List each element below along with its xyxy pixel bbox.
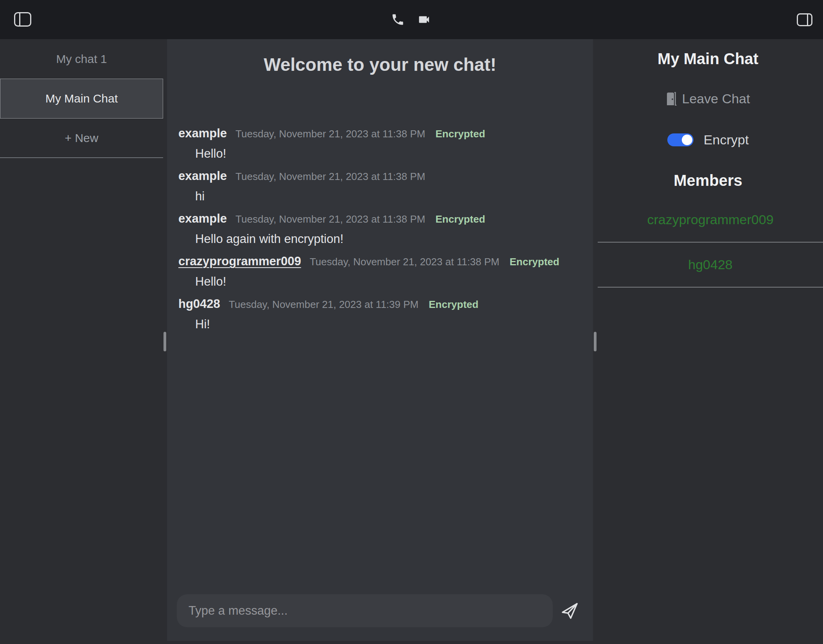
new-chat-button[interactable]: + New [0, 119, 163, 158]
message: hg0428 Tuesday, November 21, 2023 at 11:… [178, 297, 593, 332]
message-input[interactable] [177, 594, 553, 627]
sidebar-chat-item[interactable]: My chat 1 [0, 39, 163, 79]
member-name[interactable]: hg0428 [688, 257, 732, 272]
encrypted-badge: Encrypted [435, 212, 485, 227]
call-controls [0, 0, 823, 39]
message-timestamp: Tuesday, November 21, 2023 at 11:38 PM [235, 169, 425, 184]
message-timestamp: Tuesday, November 21, 2023 at 11:38 PM [235, 212, 425, 227]
message-text: hi [195, 189, 593, 204]
message-sender[interactable]: example [178, 211, 227, 226]
message-header: example Tuesday, November 21, 2023 at 11… [178, 169, 593, 184]
encrypted-badge: Encrypted [510, 254, 559, 269]
sidebar-chat-item[interactable]: My Main Chat [0, 79, 163, 119]
message: example Tuesday, November 21, 2023 at 11… [178, 126, 593, 161]
sidebar-toggle-right-icon[interactable] [797, 13, 812, 26]
message-header: crazyprogrammer009 Tuesday, November 21,… [178, 254, 593, 269]
chat-main-area: Welcome to your new chat! example Tuesda… [167, 39, 593, 641]
message-text: Hello! [195, 146, 593, 161]
panel-resize-handle[interactable] [594, 332, 597, 351]
encrypt-toggle[interactable] [667, 133, 694, 146]
window-title-bar [0, 0, 823, 39]
members-list: crazyprogrammer009 hg0428 [598, 198, 823, 288]
message: crazyprogrammer009 Tuesday, November 21,… [178, 254, 593, 289]
sidebar-chat-label: My chat 1 [56, 52, 107, 66]
welcome-title: Welcome to your new chat! [167, 53, 593, 76]
message-text: Hello! [195, 274, 593, 289]
message-text: Hi! [195, 317, 593, 332]
sidebar-resize-handle[interactable] [164, 332, 166, 351]
phone-call-icon[interactable] [391, 13, 405, 27]
chat-details-panel: My Main Chat Leave Chat Encrypt Members … [593, 39, 823, 644]
message-text: Hello again with encryption! [195, 232, 593, 246]
message-input-bar [167, 578, 593, 641]
message-sender[interactable]: example [178, 169, 227, 183]
message-list: example Tuesday, November 21, 2023 at 11… [167, 126, 593, 332]
message-header: example Tuesday, November 21, 2023 at 11… [178, 211, 593, 227]
encrypt-label: Encrypt [704, 132, 749, 148]
encrypted-badge: Encrypted [435, 126, 485, 141]
member-row[interactable]: crazyprogrammer009 [598, 198, 823, 243]
leave-chat-button[interactable]: Leave Chat [593, 91, 823, 106]
member-row[interactable]: hg0428 [598, 243, 823, 288]
door-icon [666, 92, 677, 106]
video-call-icon[interactable] [416, 13, 432, 26]
message: example Tuesday, November 21, 2023 at 11… [178, 169, 593, 204]
paper-plane-send-icon [559, 600, 580, 621]
toggle-knob [682, 135, 692, 145]
members-heading: Members [593, 171, 823, 190]
message-header: hg0428 Tuesday, November 21, 2023 at 11:… [178, 297, 593, 312]
new-chat-label: + New [65, 131, 99, 145]
message-sender[interactable]: hg0428 [178, 297, 220, 311]
sidebar-chat-label: My Main Chat [45, 92, 118, 105]
message-timestamp: Tuesday, November 21, 2023 at 11:38 PM [310, 254, 500, 269]
leave-chat-label: Leave Chat [682, 91, 750, 106]
panel-chat-title: My Main Chat [593, 49, 823, 68]
encrypted-badge: Encrypted [429, 297, 478, 312]
encrypt-setting-row: Encrypt [593, 132, 823, 148]
member-name[interactable]: crazyprogrammer009 [647, 212, 773, 227]
message-timestamp: Tuesday, November 21, 2023 at 11:39 PM [229, 297, 419, 312]
message-sender[interactable]: crazyprogrammer009 [178, 254, 301, 269]
message-sender[interactable]: example [178, 126, 227, 141]
message: example Tuesday, November 21, 2023 at 11… [178, 211, 593, 246]
chat-list: My chat 1 My Main Chat [0, 39, 167, 119]
chat-list-sidebar: My chat 1 My Main Chat + New [0, 39, 167, 644]
message-timestamp: Tuesday, November 21, 2023 at 11:38 PM [235, 126, 425, 141]
message-header: example Tuesday, November 21, 2023 at 11… [178, 126, 593, 141]
send-button[interactable] [559, 600, 580, 621]
